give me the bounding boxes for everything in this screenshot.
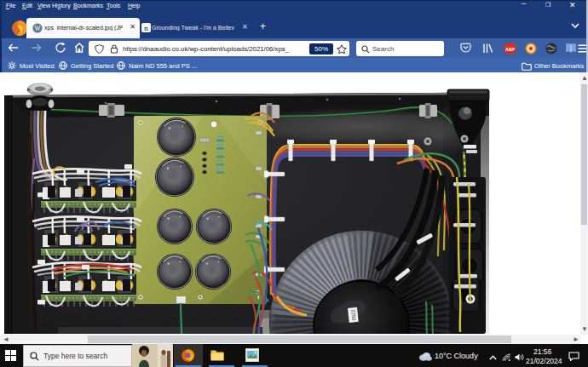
svg-text:ABP: ABP (505, 46, 515, 51)
svg-text:n: n (144, 24, 148, 32)
svg-text:W: W (34, 24, 41, 32)
